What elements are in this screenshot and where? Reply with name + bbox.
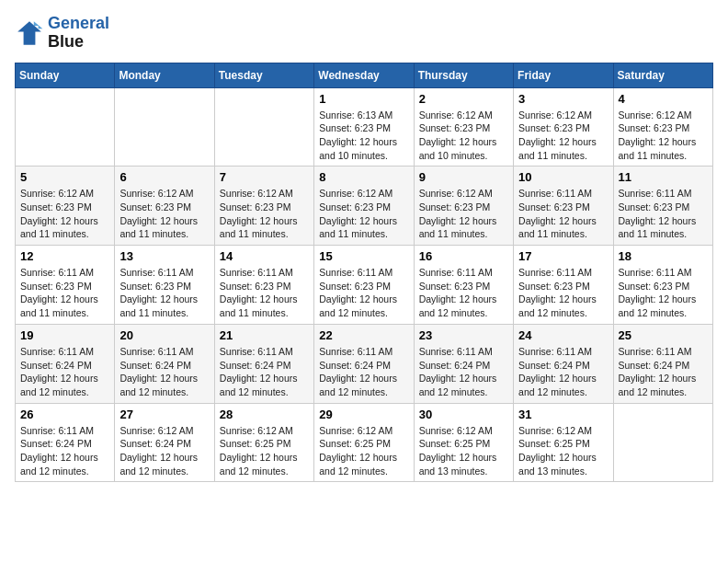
day-info: Sunrise: 6:12 AMSunset: 6:23 PMDaylight:… — [20, 187, 109, 241]
day-number: 27 — [119, 408, 209, 421]
day-of-week-saturday: Saturday — [613, 63, 712, 87]
day-number: 2 — [419, 92, 508, 106]
day-info: Sunrise: 6:11 AMSunset: 6:24 PMDaylight:… — [119, 345, 209, 399]
day-cell: 19Sunrise: 6:11 AMSunset: 6:24 PMDayligh… — [16, 324, 115, 403]
day-of-week-monday: Monday — [115, 63, 214, 87]
day-number: 4 — [619, 92, 708, 106]
day-cell: 9Sunrise: 6:12 AMSunset: 6:23 PMDaylight… — [414, 167, 513, 246]
day-info: Sunrise: 6:11 AMSunset: 6:23 PMDaylight:… — [220, 266, 309, 320]
day-cell: 21Sunrise: 6:11 AMSunset: 6:24 PMDayligh… — [214, 324, 313, 403]
day-info: Sunrise: 6:11 AMSunset: 6:23 PMDaylight:… — [319, 266, 408, 320]
day-info: Sunrise: 6:11 AMSunset: 6:24 PMDaylight:… — [518, 345, 608, 399]
day-cell: 30Sunrise: 6:12 AMSunset: 6:25 PMDayligh… — [414, 403, 513, 482]
logo-icon — [15, 18, 44, 48]
day-cell: 17Sunrise: 6:11 AMSunset: 6:23 PMDayligh… — [514, 246, 613, 325]
day-of-week-sunday: Sunday — [16, 63, 115, 87]
day-info: Sunrise: 6:12 AMSunset: 6:25 PMDaylight:… — [419, 424, 508, 478]
day-number: 5 — [20, 170, 109, 184]
day-cell: 5Sunrise: 6:12 AMSunset: 6:23 PMDaylight… — [16, 167, 115, 246]
day-info: Sunrise: 6:11 AMSunset: 6:23 PMDaylight:… — [119, 266, 209, 320]
day-cell: 25Sunrise: 6:11 AMSunset: 6:24 PMDayligh… — [613, 324, 712, 403]
day-cell: 23Sunrise: 6:11 AMSunset: 6:24 PMDayligh… — [414, 324, 513, 403]
day-cell: 12Sunrise: 6:11 AMSunset: 6:23 PMDayligh… — [16, 246, 115, 325]
day-info: Sunrise: 6:12 AMSunset: 6:23 PMDaylight:… — [619, 109, 708, 163]
day-cell: 6Sunrise: 6:12 AMSunset: 6:23 PMDaylight… — [115, 167, 214, 246]
day-number: 20 — [119, 328, 209, 342]
day-info: Sunrise: 6:12 AMSunset: 6:23 PMDaylight:… — [220, 187, 309, 241]
day-cell — [115, 87, 214, 167]
day-cell: 8Sunrise: 6:12 AMSunset: 6:23 PMDaylight… — [314, 167, 414, 246]
calendar: SundayMondayTuesdayWednesdayThursdayFrid… — [15, 63, 713, 483]
week-row-4: 19Sunrise: 6:11 AMSunset: 6:24 PMDayligh… — [16, 324, 713, 403]
day-of-week-wednesday: Wednesday — [314, 63, 414, 87]
week-row-5: 26Sunrise: 6:11 AMSunset: 6:24 PMDayligh… — [16, 403, 713, 482]
day-number: 15 — [319, 249, 408, 263]
day-info: Sunrise: 6:12 AMSunset: 6:23 PMDaylight:… — [419, 187, 508, 241]
day-number: 12 — [20, 249, 109, 263]
day-info: Sunrise: 6:11 AMSunset: 6:23 PMDaylight:… — [419, 266, 508, 320]
day-cell: 3Sunrise: 6:12 AMSunset: 6:23 PMDaylight… — [514, 87, 613, 167]
day-number: 31 — [518, 408, 608, 421]
day-of-week-thursday: Thursday — [414, 63, 513, 87]
day-cell: 27Sunrise: 6:12 AMSunset: 6:24 PMDayligh… — [115, 403, 214, 482]
day-number: 7 — [220, 170, 309, 184]
day-number: 26 — [20, 408, 109, 421]
day-info: Sunrise: 6:11 AMSunset: 6:23 PMDaylight:… — [518, 187, 608, 241]
day-info: Sunrise: 6:11 AMSunset: 6:24 PMDaylight:… — [20, 424, 109, 478]
day-number: 17 — [518, 249, 608, 263]
day-number: 1 — [319, 92, 408, 106]
day-cell — [16, 87, 115, 167]
day-number: 25 — [619, 328, 708, 342]
day-info: Sunrise: 6:12 AMSunset: 6:23 PMDaylight:… — [119, 187, 209, 241]
day-of-week-friday: Friday — [514, 63, 613, 87]
day-cell: 22Sunrise: 6:11 AMSunset: 6:24 PMDayligh… — [314, 324, 414, 403]
day-info: Sunrise: 6:13 AMSunset: 6:23 PMDaylight:… — [319, 109, 408, 163]
week-row-3: 12Sunrise: 6:11 AMSunset: 6:23 PMDayligh… — [16, 246, 713, 325]
day-number: 8 — [319, 170, 408, 184]
day-info: Sunrise: 6:11 AMSunset: 6:24 PMDaylight:… — [619, 345, 708, 399]
day-number: 21 — [220, 328, 309, 342]
day-cell: 16Sunrise: 6:11 AMSunset: 6:23 PMDayligh… — [414, 246, 513, 325]
day-info: Sunrise: 6:11 AMSunset: 6:23 PMDaylight:… — [20, 266, 109, 320]
week-row-2: 5Sunrise: 6:12 AMSunset: 6:23 PMDaylight… — [16, 167, 713, 246]
day-number: 14 — [220, 249, 309, 263]
logo-text: General Blue — [48, 15, 109, 52]
day-cell: 28Sunrise: 6:12 AMSunset: 6:25 PMDayligh… — [214, 403, 313, 482]
day-info: Sunrise: 6:11 AMSunset: 6:23 PMDaylight:… — [619, 187, 708, 241]
day-cell: 24Sunrise: 6:11 AMSunset: 6:24 PMDayligh… — [514, 324, 613, 403]
day-number: 18 — [619, 249, 708, 263]
day-cell: 10Sunrise: 6:11 AMSunset: 6:23 PMDayligh… — [514, 167, 613, 246]
day-number: 28 — [220, 408, 309, 421]
day-cell: 13Sunrise: 6:11 AMSunset: 6:23 PMDayligh… — [115, 246, 214, 325]
day-cell: 1Sunrise: 6:13 AMSunset: 6:23 PMDaylight… — [314, 87, 414, 167]
day-of-week-tuesday: Tuesday — [214, 63, 313, 87]
day-info: Sunrise: 6:11 AMSunset: 6:24 PMDaylight:… — [419, 345, 508, 399]
day-info: Sunrise: 6:11 AMSunset: 6:24 PMDaylight:… — [20, 345, 109, 399]
calendar-header-row: SundayMondayTuesdayWednesdayThursdayFrid… — [16, 63, 713, 87]
day-info: Sunrise: 6:12 AMSunset: 6:25 PMDaylight:… — [319, 424, 408, 478]
day-cell — [613, 403, 712, 482]
day-cell: 31Sunrise: 6:12 AMSunset: 6:25 PMDayligh… — [514, 403, 613, 482]
day-number: 6 — [119, 170, 209, 184]
day-cell: 20Sunrise: 6:11 AMSunset: 6:24 PMDayligh… — [115, 324, 214, 403]
day-info: Sunrise: 6:11 AMSunset: 6:24 PMDaylight:… — [220, 345, 309, 399]
day-number: 23 — [419, 328, 508, 342]
day-number: 30 — [419, 408, 508, 421]
day-cell: 26Sunrise: 6:11 AMSunset: 6:24 PMDayligh… — [16, 403, 115, 482]
day-info: Sunrise: 6:12 AMSunset: 6:23 PMDaylight:… — [419, 109, 508, 163]
day-number: 29 — [319, 408, 408, 421]
day-info: Sunrise: 6:12 AMSunset: 6:23 PMDaylight:… — [319, 187, 408, 241]
day-number: 16 — [419, 249, 508, 263]
day-cell — [214, 87, 313, 167]
day-cell: 2Sunrise: 6:12 AMSunset: 6:23 PMDaylight… — [414, 87, 513, 167]
day-info: Sunrise: 6:12 AMSunset: 6:23 PMDaylight:… — [518, 109, 608, 163]
day-number: 13 — [119, 249, 209, 263]
page-header: General Blue — [15, 15, 713, 52]
day-cell: 29Sunrise: 6:12 AMSunset: 6:25 PMDayligh… — [314, 403, 414, 482]
day-cell: 7Sunrise: 6:12 AMSunset: 6:23 PMDaylight… — [214, 167, 313, 246]
day-number: 19 — [20, 328, 109, 342]
day-info: Sunrise: 6:11 AMSunset: 6:23 PMDaylight:… — [619, 266, 708, 320]
logo: General Blue — [15, 15, 109, 52]
day-number: 22 — [319, 328, 408, 342]
day-cell: 15Sunrise: 6:11 AMSunset: 6:23 PMDayligh… — [314, 246, 414, 325]
